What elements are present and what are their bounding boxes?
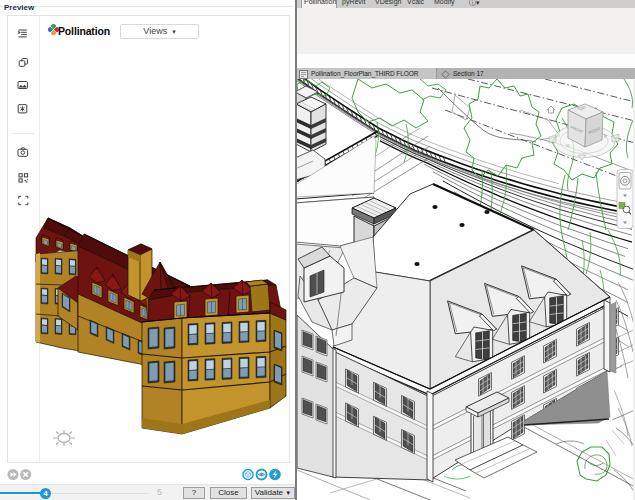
svg-text:E: E — [604, 134, 607, 139]
svg-text:TOP: TOP — [577, 105, 586, 111]
svg-text:W: W — [566, 143, 570, 148]
